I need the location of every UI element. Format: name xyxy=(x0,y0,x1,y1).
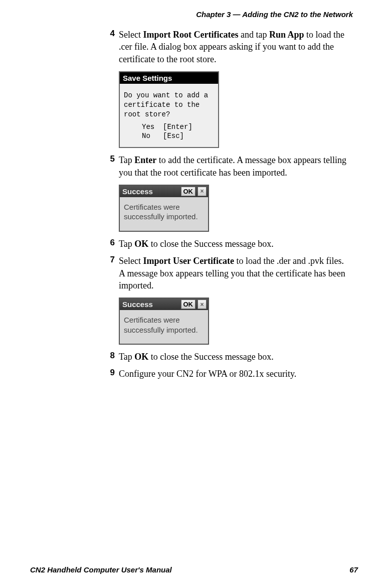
dialog-options: Yes [Enter] No [Esc] xyxy=(124,122,214,141)
text: Tap xyxy=(119,155,134,165)
step-text: Select Import Root Certificates and tap … xyxy=(119,29,348,65)
bold-text: Enter xyxy=(134,155,156,165)
success-dialog-1: Success OK × Certificates were successfu… xyxy=(119,185,209,232)
bold-text: Run App xyxy=(269,30,304,40)
success-dialog-2: Success OK × Certificates were successfu… xyxy=(119,298,209,345)
step-5: 5 Tap Enter to add the certificate. A me… xyxy=(108,154,348,179)
ok-button[interactable]: OK xyxy=(181,187,196,196)
dialog-title: Success xyxy=(121,187,179,196)
step-number: 6 xyxy=(108,238,119,248)
dialog-body: Certificates were successfully imported. xyxy=(120,197,208,231)
bold-text: Import User Certificate xyxy=(143,256,234,266)
text: Select xyxy=(119,30,143,40)
bold-text: Import Root Certificates xyxy=(143,30,238,40)
dialog-body: Certificates were successfully imported. xyxy=(120,310,208,344)
close-button[interactable]: × xyxy=(198,300,207,309)
step-number: 9 xyxy=(108,368,119,378)
manual-title: CN2 Handheld Computer User's Manual xyxy=(30,565,172,574)
bold-text: OK xyxy=(134,352,148,362)
chapter-header: Chapter 3 — Adding the CN2 to the Networ… xyxy=(30,10,358,19)
dialog-titlebar: Success OK × xyxy=(120,299,208,310)
text: Tap xyxy=(119,352,134,362)
bold-text: OK xyxy=(134,239,148,249)
close-icon: × xyxy=(200,188,204,195)
step-number: 8 xyxy=(108,351,119,361)
close-button[interactable]: × xyxy=(198,187,207,196)
step-4: 4 Select Import Root Certificates and ta… xyxy=(108,29,348,65)
step-7: 7 Select Import User Certificate to load… xyxy=(108,255,348,291)
step-text: Tap Enter to add the certificate. A mess… xyxy=(119,154,348,179)
close-icon: × xyxy=(200,301,204,308)
text: and tap xyxy=(238,30,269,40)
step-6: 6 Tap OK to close the Success message bo… xyxy=(108,238,348,250)
dialog-titlebar: Success OK × xyxy=(120,186,208,197)
step-text: Select Import User Certificate to load t… xyxy=(119,255,348,291)
text: Select xyxy=(119,256,143,266)
step-number: 5 xyxy=(108,154,119,164)
save-settings-dialog: Save Settings Do you want to add a certi… xyxy=(119,71,219,148)
ok-button[interactable]: OK xyxy=(181,300,196,309)
text: to close the Success message box. xyxy=(148,352,273,362)
main-content: 4 Select Import Root Certificates and ta… xyxy=(30,29,358,380)
step-number: 7 xyxy=(108,255,119,265)
step-number: 4 xyxy=(108,29,119,39)
step-9: 9 Configure your CN2 for WPA or 802.1x s… xyxy=(108,368,348,380)
step-8: 8 Tap OK to close the Success message bo… xyxy=(108,351,348,363)
page-footer: CN2 Handheld Computer User's Manual 67 xyxy=(30,565,358,574)
dialog-body: Do you want to add a certificate to the … xyxy=(120,84,218,147)
page-number: 67 xyxy=(349,565,358,574)
step-text: Tap OK to close the Success message box. xyxy=(119,238,348,250)
text: to close the Success message box. xyxy=(148,239,273,249)
step-text: Tap OK to close the Success message box. xyxy=(119,351,348,363)
step-text: Configure your CN2 for WPA or 802.1x sec… xyxy=(119,368,348,380)
text: Tap xyxy=(119,239,134,249)
dialog-question: Do you want to add a certificate to the … xyxy=(124,91,214,119)
dialog-title: Save Settings xyxy=(120,72,218,84)
dialog-title: Success xyxy=(121,300,179,309)
text: Configure your CN2 for WPA or 802.1x sec… xyxy=(119,369,296,379)
